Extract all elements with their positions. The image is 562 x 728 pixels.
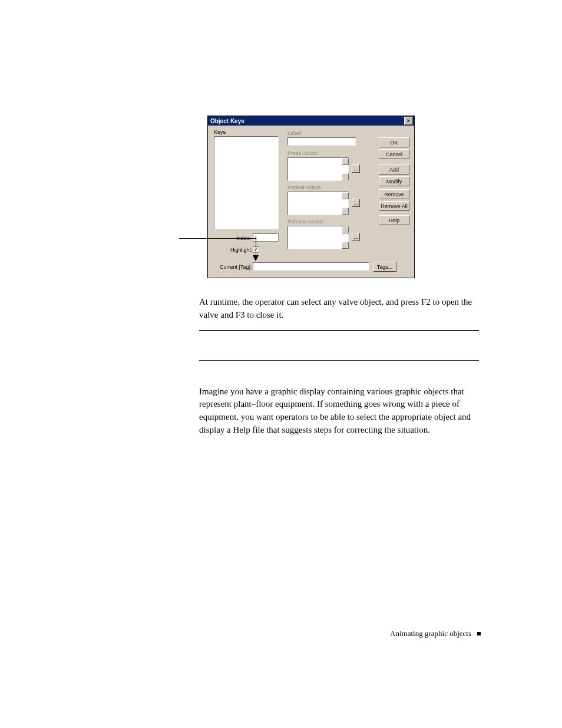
callout-line — [179, 238, 256, 239]
modify-button[interactable]: Modify — [379, 176, 409, 186]
keys-listbox[interactable] — [214, 136, 279, 229]
help-button-label: Help — [389, 218, 400, 223]
remove-all-button[interactable]: Remove All — [379, 201, 409, 211]
index-input[interactable]: 1 — [253, 233, 279, 242]
release-scroll-down-icon[interactable] — [342, 242, 349, 249]
label-field-label: Label: — [287, 130, 302, 136]
cancel-button-label: Cancel — [386, 151, 402, 157]
dialog-screenshot: Object Keys × Keys Label: Press Action: … — [207, 116, 415, 278]
callout-arrow-icon — [253, 255, 259, 261]
remove-button[interactable]: Remove — [379, 189, 409, 199]
page: Object Keys × Keys Label: Press Action: … — [0, 0, 562, 728]
footer-bullet-icon — [477, 632, 481, 635]
page-footer: Animating graphic objects — [390, 629, 481, 638]
add-button[interactable]: Add — [379, 164, 409, 174]
object-keys-dialog: Object Keys × Keys Label: Press Action: … — [207, 116, 415, 278]
release-scroll-up-icon[interactable] — [342, 226, 349, 233]
paragraph-runtime: At runtime, the operator can select any … — [199, 296, 479, 322]
current-tag-label: Current [Tag]: — [220, 264, 252, 270]
press-scroll-down-icon[interactable] — [342, 173, 349, 180]
repeat-scroll-up-icon[interactable] — [342, 192, 349, 199]
repeat-action-textarea[interactable] — [287, 192, 349, 215]
ellipsis-icon: ... — [353, 234, 358, 240]
divider — [199, 330, 479, 331]
cancel-button[interactable]: Cancel — [379, 149, 409, 159]
close-icon[interactable]: × — [404, 117, 413, 125]
add-button-label: Add — [389, 167, 399, 173]
paragraph-usecase: Imagine you have a graphic display conta… — [199, 386, 479, 437]
repeat-action-label: Repeat Action: — [287, 185, 322, 190]
remove-all-button-label: Remove All — [381, 203, 408, 209]
ellipsis-icon: ... — [353, 166, 358, 172]
content-column: At runtime, the operator can select any … — [199, 296, 479, 437]
dialog-title: Object Keys — [210, 118, 244, 124]
release-action-textarea[interactable] — [287, 226, 349, 249]
dialog-body: Keys Label: Press Action: ... Repeat Act… — [208, 126, 414, 278]
modify-button-label: Modify — [386, 179, 402, 185]
ok-button-label: OK — [390, 140, 398, 146]
release-action-ellipsis-button[interactable]: ... — [352, 233, 360, 241]
press-action-ellipsis-button[interactable]: ... — [352, 164, 360, 173]
repeat-action-ellipsis-button[interactable]: ... — [352, 199, 360, 207]
current-tag-input[interactable] — [253, 262, 369, 271]
press-scroll-up-icon[interactable] — [342, 158, 349, 165]
ellipsis-icon: ... — [353, 200, 358, 206]
footer-text: Animating graphic objects — [390, 629, 471, 638]
keys-label: Keys — [214, 129, 226, 135]
label-input[interactable] — [287, 137, 356, 146]
dialog-titlebar: Object Keys × — [208, 116, 414, 126]
callout-line-vertical — [256, 238, 256, 256]
repeat-scroll-down-icon[interactable] — [342, 207, 349, 215]
press-action-label: Press Action: — [287, 150, 319, 156]
highlight-label: Highlight: — [230, 247, 253, 253]
press-action-textarea[interactable] — [287, 157, 349, 181]
tags-button-label: Tags... — [377, 264, 393, 270]
release-action-label: Release Action: — [287, 219, 325, 225]
remove-button-label: Remove — [384, 192, 404, 197]
tags-button[interactable]: Tags... — [373, 262, 396, 272]
ok-button[interactable]: OK — [379, 137, 409, 147]
divider — [199, 360, 479, 361]
help-button[interactable]: Help — [379, 215, 409, 225]
